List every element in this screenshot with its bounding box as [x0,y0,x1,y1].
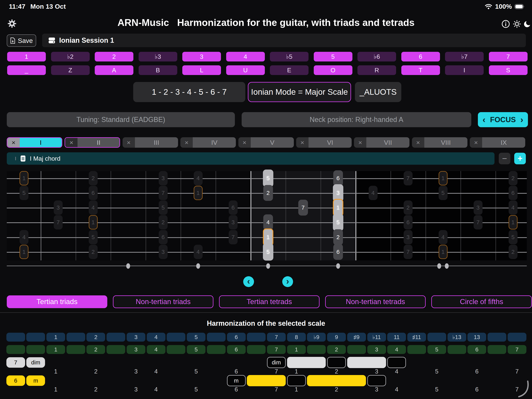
dim-chord-root-pill[interactable]: dim [267,357,286,368]
remove-chord-button[interactable]: − [499,153,510,164]
fret-note-s1-f2-deg2[interactable]: 2 [89,171,98,185]
scale-letter-pill-E[interactable]: E [270,65,309,75]
mode-name-button[interactable]: Ionian Mode = Major Scale [248,82,351,102]
close-icon[interactable]: × [354,137,366,148]
fret-note-s3-f11-deg2[interactable]: 2 [404,201,412,215]
close-icon[interactable]: × [238,137,251,148]
fret-note-s1-f4-deg3[interactable]: 3 [159,171,168,185]
prev-position-button[interactable]: ‹ [243,276,254,287]
dim-chord-legend-dim[interactable]: dim [26,357,45,368]
info-icon[interactable] [501,19,510,29]
light-mode-sun-icon[interactable] [513,20,521,28]
fret-note-s5-f2-deg5[interactable]: 5 [89,230,98,244]
view-tab-non-tertian-tetrads[interactable]: Non-tertian tetrads [325,295,426,308]
scale-degree-pill-1[interactable]: 1 [7,52,46,62]
fret-note-s6-f5-deg4[interactable]: 4 [194,245,203,259]
close-icon[interactable]: × [296,137,309,148]
fret-note-s4-f4-deg2[interactable]: 2 [159,215,168,229]
fret-note-s6-f0-deg1[interactable]: 1 [19,245,28,259]
fret-note-s1-f0-deg1[interactable]: 1 [19,171,28,185]
fret-note-s2-f2-deg6[interactable]: 6 [89,186,98,200]
fret-note-s1-f5-deg4[interactable]: 4 [194,171,203,185]
chord-bar[interactable]: I I Maj chord [7,152,494,165]
fret-note-s4-f2-deg1[interactable]: 1 [89,215,98,229]
fret-note-s2-f4-deg7[interactable]: 7 [159,186,168,200]
position-tab-III[interactable]: ×III [123,137,178,148]
fret-note-s5-f11-deg3[interactable]: 3 [404,230,412,244]
fret-note-s1-f14-deg2[interactable]: 2 [509,171,518,185]
fret-note-s3-f1-deg3[interactable]: 3 [54,201,63,215]
close-icon[interactable]: × [470,137,482,148]
fret-note-s3-f6-deg6[interactable]: 6 [229,201,238,215]
scale-letter-pill-B[interactable]: B [139,65,177,75]
scale-letter-pill-T[interactable]: T [401,65,440,75]
scale-letter-pill-I[interactable]: I [445,65,484,75]
next-position-button[interactable]: › [282,276,293,287]
minor-chord-root-pill[interactable]: m [227,375,246,386]
fret-note-s5-f14-deg5[interactable]: 5 [509,230,518,244]
minor-chord-tone-pill-0[interactable] [287,375,306,386]
position-tab-V[interactable]: ×V [238,137,294,148]
view-tab-circle-of-fifths[interactable]: Circle of fifths [431,295,532,308]
dim-chord-tone-pill-1[interactable] [387,357,406,368]
position-tab-VIII[interactable]: ×VIII [412,137,468,148]
fret-note-s6-f4-deg3[interactable]: 3 [159,245,168,259]
view-tab-tertian-triads[interactable]: Tertian triads [7,295,107,308]
scale-degree-pill-6[interactable]: 6 [401,52,440,62]
close-icon[interactable]: × [412,137,424,148]
position-tab-I[interactable]: ×I [7,137,62,148]
position-tab-IV[interactable]: ×IV [180,137,236,148]
scale-letter-pill-A[interactable]: A [95,65,133,75]
scale-degree-pill-♭6[interactable]: ♭6 [357,52,396,62]
scale-degree-pill-♭7[interactable]: ♭7 [445,52,484,62]
scale-letter-pill-R[interactable]: R [357,65,396,75]
fret-note-s5-f12-deg4[interactable]: 4 [439,230,448,244]
fret-note-s2-f0-deg5[interactable]: 5 [19,186,28,200]
scale-letter-pill-Z[interactable]: Z [51,65,90,75]
add-chord-button[interactable]: + [514,153,526,164]
position-tab-II[interactable]: ×II [64,137,120,148]
scale-degree-pill-♭3[interactable]: ♭3 [139,52,177,62]
fret-note-s6-f11-deg7[interactable]: 7 [404,245,412,259]
scale-letter-pill-O[interactable]: O [314,65,352,75]
fret-note-s4-f1-deg7[interactable]: 7 [54,215,63,229]
view-tab-tertian-tetrads[interactable]: Tertian tetrads [219,295,320,308]
scale-degree-pill-3[interactable]: 3 [182,52,221,62]
scale-degree-pill-5[interactable]: 5 [314,52,352,62]
scale-degree-pill-♭2[interactable]: ♭2 [51,52,90,62]
tuning-button[interactable]: Tuning: Standard (EADGBE) [7,112,235,127]
close-icon[interactable]: × [180,137,193,148]
fret-note-s1-f7-deg5[interactable]: 5 [263,170,273,187]
fret-note-s3-f4-deg5[interactable]: 5 [159,201,168,215]
fret-note-s1-f12-deg1[interactable]: 1 [439,171,448,185]
fret-note-s4-f6-deg3[interactable]: 3 [229,215,238,229]
fret-note-s2-f12-deg5[interactable]: 5 [439,186,448,200]
fret-note-s3-f13-deg3[interactable]: 3 [474,201,482,215]
dark-mode-moon-icon[interactable] [523,20,532,28]
fret-note-s4-f13-deg7[interactable]: 7 [474,215,482,229]
scale-letter-pill-L[interactable]: L [182,65,221,75]
minor-chord-tone-pill-1[interactable] [367,375,386,386]
fret-note-s4-f9-deg5[interactable]: 5 [333,214,343,231]
fret-note-s1-f11-deg7[interactable]: 7 [404,171,412,185]
minor-chord-legend-m[interactable]: m [26,375,45,386]
neck-position-button[interactable]: Neck position: Right-handed A [242,112,471,127]
scale-degree-pill-2[interactable]: 2 [95,52,133,62]
close-icon[interactable]: × [7,138,20,147]
fret-note-s4-f11-deg6[interactable]: 6 [404,215,412,229]
fret-note-s4-f7-deg4[interactable]: 4 [263,214,273,230]
view-tab-non-tertian-triads[interactable]: Non-tertian triads [113,295,213,308]
fret-note-s2-f7-deg2[interactable]: 2 [263,185,273,201]
session-name-field[interactable]: Ionian Session 1 [42,34,526,47]
scale-letters-button[interactable]: _ALUOTS [355,82,401,102]
focus-button[interactable]: ‹ FOCUS › [478,112,528,127]
fret-note-s2-f14-deg6[interactable]: 6 [509,186,518,200]
close-icon[interactable]: × [123,137,135,148]
dim-chord-legend-7[interactable]: 7 [6,357,25,368]
fret-note-s6-f14-deg2[interactable]: 2 [509,245,518,259]
fret-note-s6-f12-deg1[interactable]: 1 [439,245,448,259]
minor-chord-legend-6[interactable]: 6 [6,375,25,386]
scale-degree-pill-♭5[interactable]: ♭5 [270,52,309,62]
fret-note-s6-f7-deg5[interactable]: 5 [263,243,273,260]
close-icon[interactable]: × [65,138,77,147]
